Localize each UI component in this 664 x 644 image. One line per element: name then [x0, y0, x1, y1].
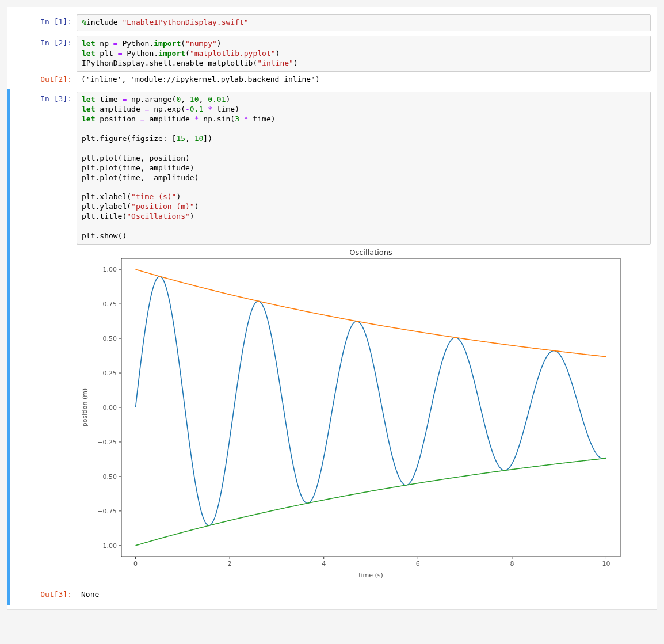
input-prompt: In [3]:: [13, 92, 77, 107]
svg-text:time (s): time (s): [358, 571, 383, 579]
svg-text:0: 0: [133, 560, 138, 567]
svg-text:10: 10: [602, 560, 610, 567]
chart-output: 0246810−1.00−0.75−0.50−0.250.000.250.500…: [77, 245, 651, 587]
svg-text:−1.00: −1.00: [97, 542, 117, 550]
svg-text:8: 8: [510, 560, 514, 567]
svg-text:1.00: 1.00: [103, 266, 117, 273]
svg-text:0.50: 0.50: [103, 335, 117, 342]
svg-text:0.00: 0.00: [103, 404, 117, 411]
svg-text:Oscillations: Oscillations: [349, 248, 392, 257]
svg-text:0.75: 0.75: [103, 300, 117, 308]
svg-text:4: 4: [322, 560, 326, 567]
code-input[interactable]: let time = np.arange(0, 10, 0.01) let am…: [77, 92, 651, 244]
svg-text:−0.50: −0.50: [97, 473, 117, 481]
cell-3[interactable]: In [3]: let time = np.arange(0, 10, 0.01…: [7, 89, 657, 604]
notebook: In [1]: %include "EnableIPythonDisplay.s…: [7, 7, 657, 610]
input-prompt: In [1]:: [13, 14, 77, 30]
output-prompt-empty: [13, 245, 77, 250]
output-prompt: Out[2]:: [13, 72, 77, 87]
output-text: None: [77, 587, 651, 603]
input-prompt: In [2]:: [13, 36, 77, 51]
oscillations-chart: 0246810−1.00−0.75−0.50−0.250.000.250.500…: [77, 247, 626, 581]
svg-text:position (m): position (m): [81, 388, 89, 426]
svg-text:−0.75: −0.75: [97, 508, 117, 515]
output-prompt: Out[3]:: [13, 587, 77, 603]
svg-text:2: 2: [228, 560, 232, 567]
svg-text:6: 6: [416, 560, 420, 567]
code-input[interactable]: let np = Python.import("numpy") let plt …: [77, 36, 651, 72]
svg-text:0.25: 0.25: [103, 369, 117, 377]
cell-1[interactable]: In [1]: %include "EnableIPythonDisplay.s…: [7, 12, 657, 33]
code-input[interactable]: %include "EnableIPythonDisplay.swift": [77, 14, 651, 31]
output-text: ('inline', 'module://ipykernel.pylab.bac…: [77, 72, 651, 87]
svg-text:−0.25: −0.25: [97, 439, 117, 446]
svg-rect-0: [121, 258, 620, 557]
cell-2[interactable]: In [2]: let np = Python.import("numpy") …: [7, 33, 657, 90]
